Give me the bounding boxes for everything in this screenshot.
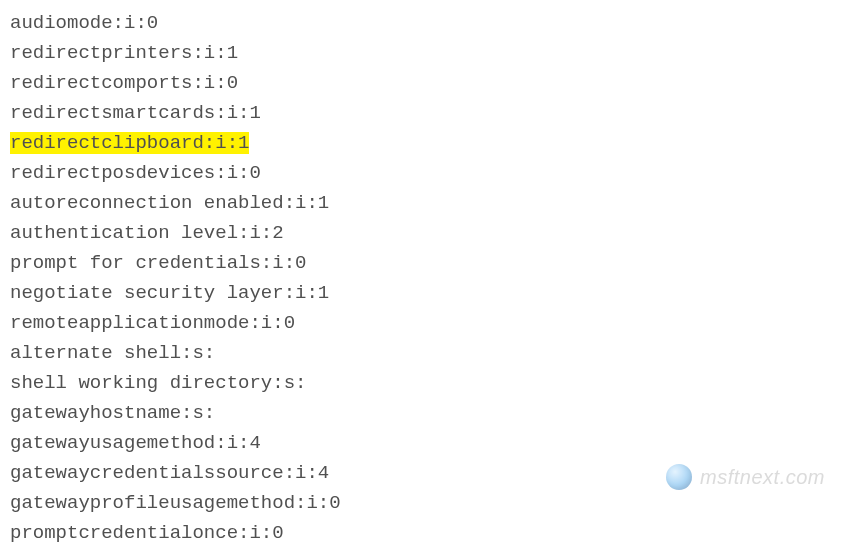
config-line: gatewayhostname:s:: [10, 398, 840, 428]
config-line: alternate shell:s:: [10, 338, 840, 368]
highlighted-line: redirectclipboard:i:1: [10, 132, 249, 154]
config-line: gatewaycredentialssource:i:4: [10, 458, 840, 488]
config-line: redirectposdevices:i:0: [10, 158, 840, 188]
config-line: negotiate security layer:i:1: [10, 278, 840, 308]
config-line: shell working directory:s:: [10, 368, 840, 398]
config-text-block: audiomode:i:0redirectprinters:i:1redirec…: [10, 8, 840, 548]
config-line: prompt for credentials:i:0: [10, 248, 840, 278]
config-line: gatewayusagemethod:i:4: [10, 428, 840, 458]
config-line: promptcredentialonce:i:0: [10, 518, 840, 548]
config-line: authentication level:i:2: [10, 218, 840, 248]
config-line: audiomode:i:0: [10, 8, 840, 38]
config-line: redirectsmartcards:i:1: [10, 98, 840, 128]
config-line: autoreconnection enabled:i:1: [10, 188, 840, 218]
config-line: redirectcomports:i:0: [10, 68, 840, 98]
config-line: gatewayprofileusagemethod:i:0: [10, 488, 840, 518]
config-line: redirectprinters:i:1: [10, 38, 840, 68]
config-line: remoteapplicationmode:i:0: [10, 308, 840, 338]
config-line: redirectclipboard:i:1: [10, 128, 840, 158]
